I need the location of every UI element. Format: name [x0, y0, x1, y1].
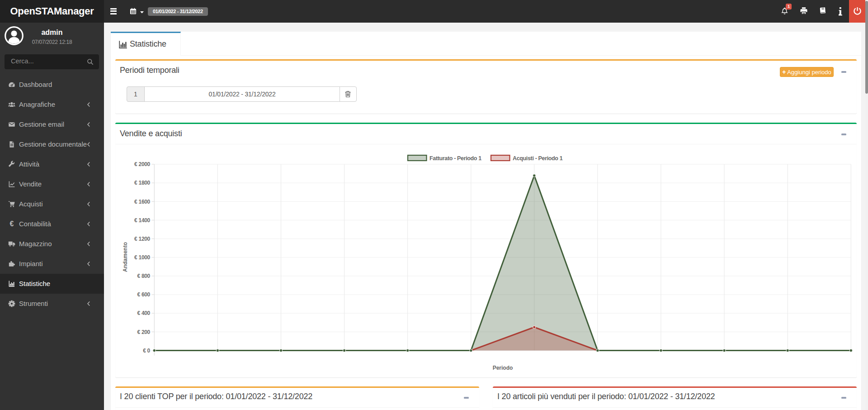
svg-text:Periodo: Periodo — [493, 365, 513, 371]
svg-text:€ 600: € 600 — [137, 291, 150, 298]
svg-text:€ 800: € 800 — [137, 273, 150, 279]
svg-text:€: € — [10, 220, 14, 228]
svg-text:€ 1200: € 1200 — [134, 236, 151, 242]
svg-text:Fatturato - Periodo 1: Fatturato - Periodo 1 — [429, 155, 481, 162]
svg-text:€ 1000: € 1000 — [134, 254, 151, 261]
svg-text:€ 0: € 0 — [143, 348, 150, 354]
svg-text:Andamento: Andamento — [122, 242, 128, 272]
svg-text:€ 400: € 400 — [137, 310, 150, 316]
svg-text:€ 2000: € 2000 — [134, 161, 151, 167]
svg-text:€ 1400: € 1400 — [134, 217, 151, 224]
svg-text:€ 200: € 200 — [137, 329, 150, 335]
svg-text:€ 1800: € 1800 — [134, 180, 151, 186]
svg-text:Acquisti - Periodo 1: Acquisti - Periodo 1 — [513, 155, 563, 162]
svg-text:€ 1600: € 1600 — [134, 199, 151, 205]
